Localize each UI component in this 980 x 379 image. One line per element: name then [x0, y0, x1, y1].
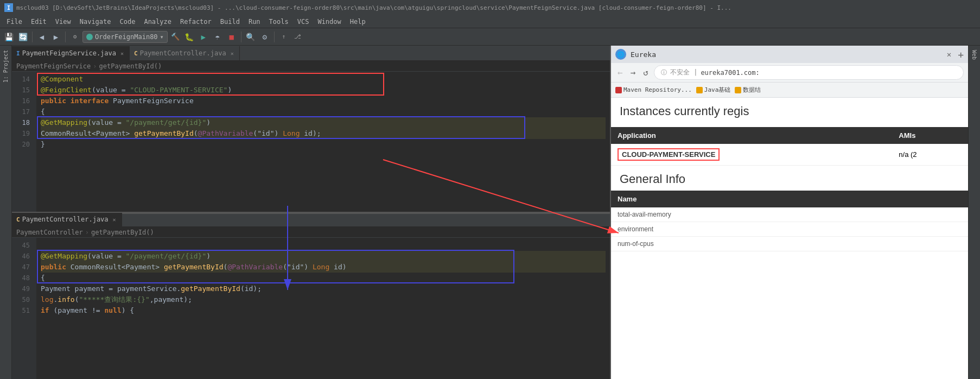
tab-icon-class-upper: C [134, 50, 138, 57]
browser-content[interactable]: Instances currently regis Application AM… [611, 98, 968, 379]
menu-help[interactable]: Help [346, 17, 370, 27]
bookmark-java[interactable]: Java基础 [696, 86, 731, 94]
browser-globe-icon: 🌐 [615, 49, 626, 60]
bookmark-maven-icon [615, 87, 622, 93]
menu-build[interactable]: Build [216, 17, 244, 27]
table-header-amis: AMIs [892, 127, 968, 144]
breadcrumb-class: PaymentFeignService [16, 62, 91, 70]
tab-label-feign: PaymentFeignService.java [22, 49, 116, 57]
table-row: CLOUD-PAYMENT-SERVICE n/a (2 [611, 144, 968, 166]
browser-close-button[interactable]: ✕ [947, 50, 951, 59]
menu-navigate[interactable]: Navigate [75, 17, 116, 27]
bookmark-data[interactable]: 数据结 [735, 86, 761, 94]
project-panel-label[interactable]: 1: Project [2, 48, 10, 85]
browser-new-tab-button[interactable]: + [958, 49, 964, 60]
coverage-button[interactable]: ☂ [211, 30, 224, 43]
git-button[interactable]: ↑ [277, 30, 290, 43]
general-info-row-memory: total-avail-memory [611, 207, 968, 222]
back-button[interactable]: ◀ [35, 30, 48, 43]
toolbar-icon1[interactable]: ⚙ [68, 30, 81, 43]
menu-tools[interactable]: Tools [265, 17, 293, 27]
bookmark-data-label: 数据结 [743, 86, 761, 94]
upper-editor: I PaymentFeignService.java ✕ C PaymentCo… [12, 46, 610, 213]
tab-payment-feign-service[interactable]: I PaymentFeignService.java ✕ [12, 46, 130, 60]
lower-breadcrumb: PaymentController › getPaymentById() [12, 227, 610, 238]
app-icon: I [4, 3, 13, 12]
forward-button[interactable]: ▶ [49, 30, 62, 43]
browser-bookmarks: Maven Repository... Java基础 数据结 [611, 83, 968, 98]
menu-edit[interactable]: Edit [27, 17, 51, 27]
menu-refactor[interactable]: Refactor [176, 17, 216, 27]
general-info-name-header: Name [611, 191, 968, 207]
tab-label-controller-lower: PaymentController.java [22, 216, 109, 223]
tab-icon-interface: I [16, 50, 20, 57]
sync-button[interactable]: 🔄 [16, 30, 29, 43]
menu-run[interactable]: Run [244, 17, 265, 27]
upper-editor-tabs: I PaymentFeignService.java ✕ C PaymentCo… [12, 46, 610, 61]
browser-tab-title[interactable]: Eureka [631, 50, 943, 59]
menu-bar: File Edit View Navigate Code Analyze Ref… [0, 15, 980, 28]
settings-button[interactable]: ⚙ [258, 30, 271, 43]
lower-breadcrumb-sep: › [85, 229, 89, 236]
code-line-51: if (payment != null) { [41, 305, 606, 316]
general-info-table: Name total-avail-memory environment num-… [611, 191, 968, 251]
code-line-15: @FeignClient(value = "CLOUD-PAYMENT-SERV… [41, 85, 606, 96]
address-bar[interactable]: ⓘ 不安全 | eureka7001.com: [654, 65, 964, 80]
code-line-19: CommonResult<Payment> getPaymentById(@Pa… [41, 128, 606, 139]
make-button[interactable]: 🔨 [169, 30, 182, 43]
general-info-row-cpus: num-of-cpus [611, 237, 968, 251]
menu-window[interactable]: Window [313, 17, 345, 27]
search-button[interactable]: 🔍 [244, 30, 257, 43]
tab-close-feign[interactable]: ✕ [120, 50, 124, 56]
address-url-prefix: 不安全 | [670, 68, 697, 77]
tab-close-controller-upper[interactable]: ✕ [231, 50, 234, 56]
upper-code-content[interactable]: @Component @FeignClient(value = "CLOUD-P… [36, 72, 610, 212]
code-line-48: { [41, 273, 606, 283]
right-side-panel: Web [968, 46, 980, 379]
menu-file[interactable]: File [2, 17, 27, 27]
menu-vcs[interactable]: VCS [293, 17, 314, 27]
bookmark-java-label: Java基础 [704, 86, 731, 94]
run-button[interactable]: ▶ [197, 30, 210, 43]
web-panel-label[interactable]: Web [970, 48, 978, 62]
bookmark-maven[interactable]: Maven Repository... [615, 86, 692, 93]
stop-button[interactable]: ■ [225, 30, 238, 43]
general-info-header: General Info [611, 166, 968, 191]
service-name-box[interactable]: CLOUD-PAYMENT-SERVICE [618, 148, 720, 161]
breadcrumb-sep: › [93, 62, 97, 70]
code-line-16: public interface PaymentFeignService [41, 96, 606, 106]
general-info-cpus: num-of-cpus [611, 237, 968, 251]
amis-cell: n/a (2 [892, 144, 968, 166]
title-text: mscloud03 [D:\devSoft\JetBrains\IdeaProj… [16, 4, 731, 11]
menu-view[interactable]: View [51, 17, 75, 27]
eureka-title: Instances currently regis [620, 104, 959, 118]
code-line-47: public CommonResult<Payment> getPaymentB… [41, 262, 606, 273]
code-line-14: @Component [41, 74, 606, 85]
save-button[interactable]: 💾 [2, 30, 15, 43]
browser-title-bar: 🌐 Eureka ✕ + [611, 46, 968, 63]
general-info-title: General Info [620, 172, 959, 186]
run-config-dropdown[interactable]: OrderFeignMain80 ▾ [82, 31, 168, 43]
tab-icon-class-lower: C [16, 216, 20, 223]
nav-back-button[interactable]: ← [615, 66, 625, 79]
menu-analyze[interactable]: Analyze [139, 17, 176, 27]
title-bar: I mscloud03 [D:\devSoft\JetBrains\IdeaPr… [0, 0, 980, 15]
browser-nav: ← → ↺ ⓘ 不安全 | eureka7001.com: [611, 63, 968, 83]
breadcrumb-method: getPaymentById() [99, 62, 162, 70]
browser-panel: 🌐 Eureka ✕ + ← → ↺ ⓘ 不安全 | eureka7001.co… [610, 46, 968, 379]
lower-code-content[interactable]: @GetMapping(value = "/payment/get/{id}")… [36, 238, 610, 379]
code-line-17: { [41, 106, 606, 117]
menu-code[interactable]: Code [116, 17, 140, 27]
service-name-cell: CLOUD-PAYMENT-SERVICE [611, 144, 892, 166]
lower-line-numbers: 45 46 47 48 49 50 51 [12, 238, 36, 379]
debug-button[interactable]: 🐛 [183, 30, 196, 43]
vcs-button[interactable]: ⎇ [291, 30, 304, 43]
tab-close-controller-lower[interactable]: ✕ [113, 217, 116, 223]
nav-refresh-button[interactable]: ↺ [641, 66, 651, 79]
upper-code-editor[interactable]: 14 15 16 17 18 19 20 @Component [12, 72, 610, 212]
tab-payment-controller-upper[interactable]: C PaymentController.java ✕ [130, 46, 240, 60]
tab-payment-controller-lower[interactable]: C PaymentController.java ✕ [12, 213, 122, 226]
nav-forward-button[interactable]: → [628, 66, 638, 79]
general-info-env: environment [611, 222, 968, 237]
lower-code-editor[interactable]: 45 46 47 48 49 50 51 @GetMapping(value =… [12, 238, 610, 379]
